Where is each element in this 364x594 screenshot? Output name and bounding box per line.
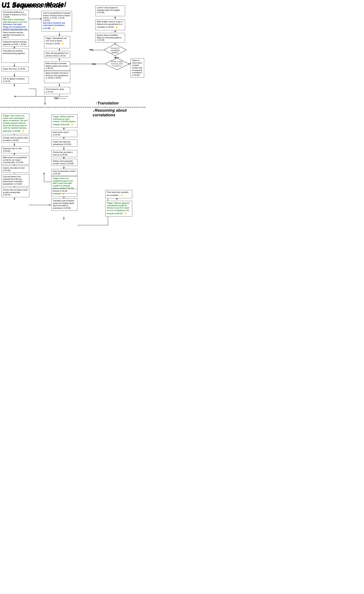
box-sorts-param: Sorts by parameter number (1.55:20) [51,169,77,176]
svg-marker-52 [14,154,15,155]
svg-text:reasoning about: reasoning about [111,63,123,65]
box-insert-col: Insert extra column (1.54:45) [51,130,77,137]
svg-text:Are top 10: Are top 10 [111,47,119,49]
svg-marker-45 [44,103,46,105]
box-resorts: Resorts (1.55:30) [51,189,77,193]
label-translation: ↑Translation [95,101,119,106]
box-write-english-text: Write English name of a pair of features… [97,20,123,28]
svg-marker-11 [14,85,15,87]
svg-marker-23 [59,85,60,87]
box-trigger-lost: Trigger: Spreadsheet lost. User must re-… [44,36,70,48]
box-add-column-text: Adds column to spreadsheet so that he ca… [3,156,27,163]
svg-marker-50 [14,144,15,146]
box-think-why: Think about why variables are correlated… [105,190,132,198]
box-translate-pair-text: Translate a pair of feature names into E… [53,200,74,209]
box-deletes-extra: Deletes extra parameter number column (1… [51,159,77,166]
box-think-why-text: Think about why variables are correlated… [107,191,128,196]
box-resorts-text: Resorts (1.55:30) [53,190,67,192]
label-yes2: YES [92,63,96,65]
box-checks-data: Checks that new data is lined up with ex… [1,188,29,197]
box-sorts-param-text: Sorts by parameter number (1.55:20) [53,170,76,175]
bolt-icon-8: ⚡ [61,42,65,46]
box-implement-ml: Implement machine learning algorithm (1.… [1,40,29,47]
box-trigger-mangled: Trigger: Rows are mangled because user d… [51,176,77,197]
svg-marker-19 [59,59,60,61]
svg-marker-68 [63,157,65,159]
box-checks-data-text: Checks that new data is lined up with ex… [3,189,27,196]
svg-marker-64 [63,138,65,139]
svg-text:correlations?: correlations? [112,65,122,67]
box-typo: Discovers typo in code (1.50:00) [1,146,29,153]
box-reason: Reason about correlation. Watch for inte… [95,33,125,42]
box-implement-ml-text: Implement machine learning algorithm (1.… [3,41,27,45]
box-sort-text: Sort by highest correlation. (1.23:15) [3,78,25,82]
box-java-program-text: Look for Java program to translate tuple… [97,7,120,14]
box-typo-text: Discovers typo in code (1.50:00) [3,147,22,152]
svg-marker-66 [63,148,65,150]
box-write-english: Write English name of a pair of features… [95,20,125,30]
svg-text:Ready to begin: Ready to begin [111,61,123,62]
box-java-program: Look for Java program to translate tuple… [95,5,125,16]
box-change-code-text: Change code to produce data he wants (1.… [3,137,28,141]
box-insert-col-text: Insert extra column (1.54:45) [53,131,69,136]
box-apply-translation: Apply translation formula to all rows in… [44,71,70,83]
box-cuts-pastes: Cuts and pastes from imported Excel file… [1,174,29,186]
svg-marker-41 [14,96,15,97]
box-checks-lined-text: Checks that new data is lined up (1.55:5… [53,151,73,156]
box-import-excel-text: Import into excel. (1.22:45) [3,68,25,70]
bolt-icon-14: ⚡ [115,25,118,29]
svg-marker-25 [114,17,116,19]
box-look-spreadsheet: Look for spreadsheet to translate scalar… [41,11,72,32]
svg-text:correlations: correlations [111,49,120,51]
svg-marker-87 [49,204,51,206]
box-cuts-pastes-text: Cuts and pastes from imported Excel file… [3,176,23,185]
box-checks-lined: Checks that new data is lined up (1.55:5… [51,150,77,157]
box-trigger-overwrote: Trigger: Notices that he overwrote an ex… [51,114,77,128]
svg-marker-70 [63,168,65,169]
box-deletes-extra-text: Deletes extra parameter number column (1… [53,160,74,165]
box-copies-data-text: Copies new data into spreadsheet (1.54:5… [53,141,71,145]
svg-marker-5 [14,47,15,49]
box-open-old-text: Open old spreadsheet from previous study… [46,52,68,57]
svg-marker-60 [14,198,15,200]
diamond-top10: Are top 10 correlations labeled? [103,44,127,56]
box-sort: Sort by highest correlation. (1.23:15) [1,77,29,84]
box-write-formula: Write formula to translate feature scala… [44,61,70,71]
box-select-ml: Select machine learning algorithm (Somew… [1,30,29,40]
box-add-column: Adds column to spreadsheet so that he ca… [1,155,29,165]
box-write-formula-text: Write formula to translate feature scala… [46,62,68,69]
box-trigger-contradiction: Trigger: Notices apparent contradiction … [105,201,132,216]
box-select-ml-text: Select machine learning algorithm (Somew… [3,31,25,38]
label-reasoning: ↓Reasoning aboutcorrelations [93,108,127,118]
bolt-icon-25: ⚡ [70,123,74,127]
box-get-log-files-text: Get log files distilled for a number of … [3,11,27,18]
box-feed-data-text: Feed data into machine learning learning… [3,50,25,54]
bolt-icon-18: ⚡ [21,129,25,133]
box-test-formula: Test formula for sanity (1.31:10) [44,87,70,94]
svg-marker-9 [14,75,15,77]
bolt-icon-7: ⚡ [52,27,55,30]
svg-marker-80 [63,218,65,220]
bolt-icon-34: ⚡ [120,194,124,197]
box-import-excel: Import into excel. (1.22:45) [1,67,29,71]
svg-marker-17 [59,49,60,51]
diamond-ready: Ready to begin reasoning about correlati… [104,58,130,70]
svg-marker-85 [43,173,45,174]
box-test-formula-text: Test formula for sanity (1.31:10) [46,88,64,93]
box-main-intent: Main Intent: Understand what data means.… [3,18,27,23]
box-imports-data-text: Imports new data to Excel (1.52:00) [3,167,25,171]
box-look-spreadsheet-text: Look for spreadsheet to translate scalar… [43,12,71,21]
svg-marker-62 [63,128,65,130]
svg-marker-76 [63,197,65,198]
box-switch-sheet: Switch to sheet which contains another w… [131,58,144,77]
box-copies-data: Copies new data into spreadsheet (1.54:5… [51,140,77,147]
svg-marker-7 [14,65,15,67]
box-reason-text: Reason about correlation. Watch for inte… [97,34,122,41]
page-title: U1 Sequence Model [1,1,66,9]
svg-text:labeled?: labeled? [112,52,119,54]
svg-marker-27 [114,31,116,32]
section-divider [0,107,146,108]
svg-marker-82 [116,198,118,200]
box-imports-data: Imports new data to Excel (1.52:00) [1,166,29,173]
box-open-old: Open old spreadsheet from previous study… [44,51,70,58]
